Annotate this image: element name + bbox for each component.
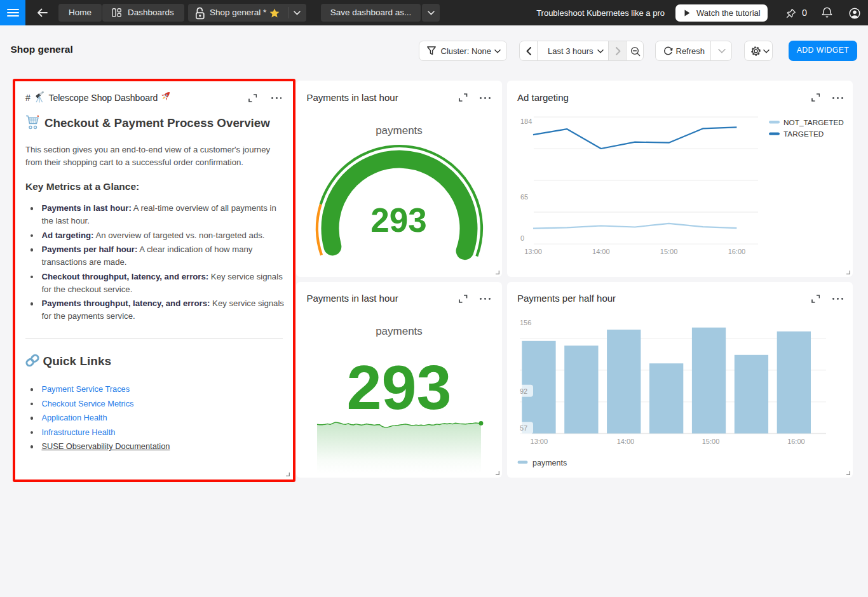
svg-text:16:00: 16:00 <box>787 437 805 445</box>
svg-text:156: 156 <box>520 318 531 326</box>
svg-text:NOT_TARGETED: NOT_TARGETED <box>783 118 844 127</box>
svg-text:TARGETED: TARGETED <box>783 130 824 139</box>
svg-text:293: 293 <box>346 352 451 422</box>
svg-text:0: 0 <box>520 234 524 242</box>
svg-text:13:00: 13:00 <box>531 437 548 445</box>
svg-text:payments: payments <box>376 325 423 337</box>
svg-text:16:00: 16:00 <box>728 248 746 255</box>
svg-text:13:00: 13:00 <box>524 248 542 255</box>
svg-text:57: 57 <box>520 424 527 432</box>
svg-text:15:00: 15:00 <box>660 248 678 255</box>
svg-text:92: 92 <box>520 387 527 394</box>
svg-text:payments: payments <box>376 124 423 137</box>
svg-text:14:00: 14:00 <box>617 437 635 445</box>
svg-text:14:00: 14:00 <box>592 248 610 255</box>
svg-text:15:00: 15:00 <box>702 437 720 445</box>
svg-text:184: 184 <box>520 117 532 125</box>
svg-text:payments: payments <box>532 458 567 467</box>
svg-text:65: 65 <box>520 193 528 201</box>
svg-text:293: 293 <box>370 201 426 239</box>
